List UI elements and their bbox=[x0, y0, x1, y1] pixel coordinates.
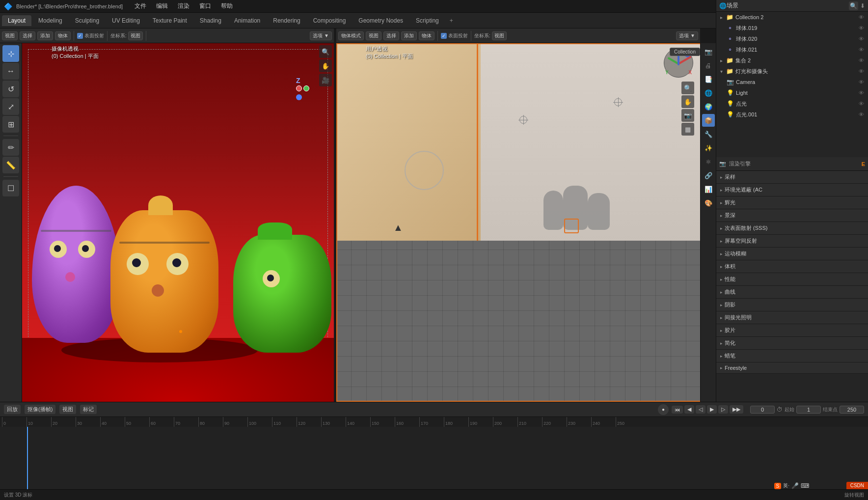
viewport-user[interactable]: ▲ 用户透视 (0) Collection | 平面 Z X Y bbox=[336, 43, 716, 402]
ao-header[interactable]: ▸ 环境光遮蔽 (AC bbox=[716, 184, 868, 196]
ssr-header[interactable]: ▸ 屏幕空间反射 bbox=[716, 235, 868, 247]
skip-start-btn[interactable]: ⏮ bbox=[672, 406, 683, 414]
motionblur-header[interactable]: ▸ 运动模糊 bbox=[716, 248, 868, 260]
constraints-icon[interactable]: 🔗 bbox=[702, 169, 715, 182]
tab-modeling[interactable]: Modeling bbox=[32, 15, 68, 26]
play-btn[interactable]: ● bbox=[658, 404, 669, 415]
output-props-icon[interactable]: 🖨 bbox=[702, 59, 715, 72]
view-layer-icon[interactable]: 📑 bbox=[702, 73, 715, 85]
curves-header[interactable]: ▸ 曲线 bbox=[716, 286, 868, 298]
tool-move[interactable]: ↔ bbox=[2, 63, 19, 80]
menu-edit[interactable]: 编辑 bbox=[152, 1, 172, 11]
light-eye[interactable]: 👁 bbox=[859, 90, 864, 96]
tab-rendering[interactable]: Rendering bbox=[267, 15, 306, 26]
tab-add[interactable]: + bbox=[446, 15, 457, 26]
menu-render[interactable]: 渲染 bbox=[174, 1, 193, 11]
dof-header[interactable]: ▸ 景深 bbox=[716, 209, 868, 222]
tab-texture-paint[interactable]: Texture Paint bbox=[147, 15, 193, 26]
tool-cursor[interactable]: ⊹ bbox=[2, 45, 19, 62]
data-props-icon[interactable]: 📊 bbox=[702, 183, 715, 195]
material-icon[interactable]: 🎨 bbox=[702, 196, 715, 209]
sampling-header[interactable]: ▸ 采样 bbox=[716, 171, 868, 183]
outline-search-box[interactable]: 🔍 bbox=[849, 1, 858, 10]
lights-eye[interactable]: 👁 bbox=[859, 68, 864, 74]
outline-item-light[interactable]: 💡 Light 👁 bbox=[716, 87, 868, 98]
cam-lock-btn[interactable]: 🔍 bbox=[319, 45, 332, 58]
object-mode-btn[interactable]: 物体模式 bbox=[338, 31, 364, 40]
camera-icon[interactable]: 📷 bbox=[681, 109, 694, 122]
tab-layout[interactable]: Layout bbox=[2, 15, 31, 26]
camera-eye[interactable]: 👁 bbox=[859, 79, 864, 85]
hand-icon[interactable]: ✋ bbox=[681, 95, 694, 108]
tab-geometry-nodes[interactable]: Geometry Nodes bbox=[353, 15, 409, 26]
shadow-header[interactable]: ▸ 阴影 bbox=[716, 299, 868, 311]
view-menu-right[interactable]: 视图 bbox=[366, 31, 381, 40]
timeline-tracks[interactable] bbox=[0, 427, 868, 491]
indirect-header[interactable]: ▸ 间接光照明 bbox=[716, 311, 868, 324]
scene-props-icon[interactable]: 🌐 bbox=[702, 86, 715, 99]
physics-icon[interactable]: ⚛ bbox=[702, 155, 715, 168]
menu-file[interactable]: 文件 bbox=[131, 1, 150, 11]
outline-item-sphere019[interactable]: ⚬ 球体.019 👁 bbox=[716, 23, 868, 33]
option-btn-left[interactable]: 选项 ▼ bbox=[310, 31, 332, 40]
surface-proj-checkbox-right[interactable]: ✓ bbox=[441, 33, 447, 39]
prev-key-btn[interactable]: ◀ bbox=[684, 405, 694, 414]
next-key-btn[interactable]: ▶▶ bbox=[730, 405, 743, 414]
outline-item-pointlight[interactable]: 💡 点光 👁 bbox=[716, 98, 868, 109]
particles-icon[interactable]: ✨ bbox=[702, 141, 715, 154]
sphere020-eye[interactable]: 👁 bbox=[859, 36, 864, 42]
tab-uv-editing[interactable]: UV Editing bbox=[106, 15, 146, 26]
select-menu-left[interactable]: 选择 bbox=[20, 31, 35, 40]
outline-item-sphere021[interactable]: ⚬ 球体.021 👁 bbox=[716, 44, 868, 55]
tab-shading[interactable]: Shading bbox=[194, 15, 227, 26]
tab-sculpting[interactable]: Sculpting bbox=[69, 15, 105, 26]
sphere021-eye[interactable]: 👁 bbox=[859, 47, 864, 53]
surface-proj-left[interactable]: ✓ 表面投射 bbox=[77, 32, 104, 39]
collection2-eye[interactable]: 👁 bbox=[859, 14, 864, 20]
tool-measure[interactable]: 📏 bbox=[2, 157, 19, 173]
object-props-icon[interactable]: 📦 bbox=[702, 114, 715, 127]
outline-filter-icon[interactable]: ⬇ bbox=[860, 2, 865, 9]
view-menu-left[interactable]: 视图 bbox=[2, 31, 18, 40]
sphere019-eye[interactable]: 👁 bbox=[859, 25, 864, 31]
bloom-header[interactable]: ▸ 辉光 bbox=[716, 196, 868, 209]
viewport-camera[interactable]: 摄像机透视 (0) Collection | 平面 Z 🔍 ✋ 🎥 bbox=[22, 43, 334, 402]
freestyle-header[interactable]: ▸ Freestyle bbox=[716, 362, 868, 373]
add-menu-left[interactable]: 添加 bbox=[37, 31, 53, 40]
perf-header[interactable]: ▸ 性能 bbox=[716, 273, 868, 285]
cam-movie-btn[interactable]: 🎥 bbox=[319, 74, 332, 86]
object-menu-left[interactable]: 物体 bbox=[55, 31, 71, 40]
tool-scale[interactable]: ⤢ bbox=[2, 98, 19, 115]
tool-transform[interactable]: ⊞ bbox=[2, 116, 19, 133]
outline-item-lights[interactable]: ▾ 📁 灯光和摄像头 👁 bbox=[716, 66, 868, 77]
pointlight001-eye[interactable]: 👁 bbox=[859, 111, 864, 117]
surface-proj-right[interactable]: ✓ 表面投射 bbox=[441, 32, 468, 39]
tool-rotate[interactable]: ↺ bbox=[2, 81, 19, 97]
group2-eye[interactable]: 👁 bbox=[859, 57, 864, 63]
tool-box[interactable]: ☐ bbox=[2, 180, 19, 196]
capture-btn[interactable]: 抠像(播帧) bbox=[25, 405, 55, 414]
render-props-icon[interactable]: 📷 bbox=[702, 45, 715, 58]
play-fwd-btn[interactable]: ▶ bbox=[707, 405, 717, 414]
simplify-header[interactable]: ▸ 简化 bbox=[716, 337, 868, 349]
add-menu-right[interactable]: 添加 bbox=[401, 31, 417, 40]
menu-help[interactable]: 帮助 bbox=[217, 1, 237, 11]
sss-header[interactable]: ▸ 次表面散射 (SSS) bbox=[716, 222, 868, 234]
end-frame-input[interactable] bbox=[840, 406, 864, 414]
outline-item-sphere020[interactable]: ⚬ 球体.020 👁 bbox=[716, 33, 868, 44]
pointlight-eye[interactable]: 👁 bbox=[859, 101, 864, 107]
coord-select-right[interactable]: 视图 bbox=[492, 31, 507, 40]
select-menu-right[interactable]: 选择 bbox=[383, 31, 399, 40]
modifier-icon[interactable]: 🔧 bbox=[702, 128, 715, 140]
cam-hand-btn[interactable]: ✋ bbox=[319, 59, 332, 72]
film-header[interactable]: ▸ 胶片 bbox=[716, 324, 868, 336]
tab-animation[interactable]: Animation bbox=[228, 15, 266, 26]
outline-item-collection-group2[interactable]: ▸ 📁 集合 2 👁 bbox=[716, 55, 868, 66]
marker-btn[interactable]: 标记 bbox=[80, 405, 97, 414]
current-frame-input[interactable] bbox=[750, 406, 775, 414]
start-frame-input[interactable] bbox=[796, 406, 821, 414]
tab-compositing[interactable]: Compositing bbox=[307, 15, 352, 26]
surface-proj-checkbox-left[interactable]: ✓ bbox=[77, 33, 83, 39]
outline-item-collection2[interactable]: ▸ 📁 Collection 2 👁 bbox=[716, 12, 868, 23]
grease-header[interactable]: ▸ 蜡笔 bbox=[716, 350, 868, 362]
